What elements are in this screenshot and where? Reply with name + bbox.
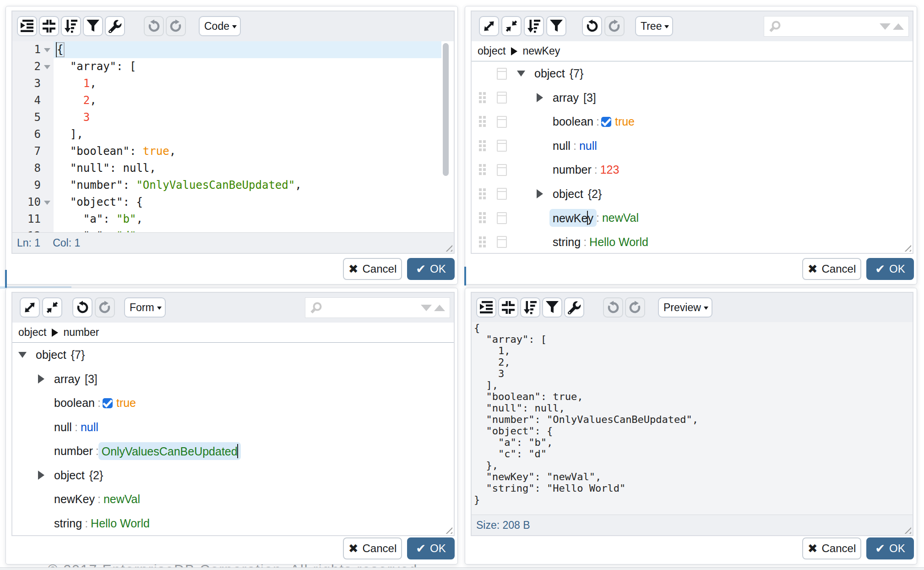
- collapse-node-icon[interactable]: [18, 352, 27, 358]
- fold-toggle-icon[interactable]: [44, 65, 50, 69]
- field-name[interactable]: newKey: [54, 493, 95, 506]
- field-name[interactable]: object: [553, 187, 583, 201]
- sort-button[interactable]: [524, 16, 544, 36]
- field-value[interactable]: newVal: [103, 493, 140, 506]
- ok-button[interactable]: ✔ OK: [866, 537, 914, 559]
- mode-dropdown-preview[interactable]: Preview: [658, 297, 712, 318]
- undo-button[interactable]: [582, 16, 602, 36]
- filter-button[interactable]: [546, 16, 566, 36]
- resize-handle-icon[interactable]: [445, 526, 452, 534]
- ok-button[interactable]: ✔ OK: [407, 258, 455, 280]
- field-value[interactable]: null: [81, 421, 98, 434]
- resize-handle-icon[interactable]: [903, 526, 911, 534]
- collapse-button[interactable]: [501, 16, 522, 36]
- expand-button[interactable]: [20, 297, 40, 318]
- expand-node-icon[interactable]: [38, 374, 44, 384]
- field-value[interactable]: true: [116, 396, 136, 410]
- breadcrumb-item-root[interactable]: object: [18, 326, 46, 339]
- row-actions-menu-button[interactable]: [497, 140, 507, 152]
- row-actions-menu-button[interactable]: [497, 212, 507, 224]
- field-value[interactable]: Hello World: [91, 517, 150, 530]
- format-button[interactable]: [17, 16, 37, 36]
- drag-handle-icon[interactable]: [479, 212, 486, 224]
- collapse-button[interactable]: [42, 297, 62, 318]
- field-value[interactable]: 123: [600, 163, 620, 176]
- expand-node-icon[interactable]: [537, 189, 543, 198]
- drag-handle-icon[interactable]: [479, 140, 486, 152]
- sort-button[interactable]: [520, 297, 540, 318]
- boolean-checkbox[interactable]: [601, 117, 611, 127]
- breadcrumb-item-root[interactable]: object: [478, 45, 505, 57]
- field-name[interactable]: boolean: [54, 396, 95, 410]
- search-input[interactable]: [781, 17, 877, 36]
- field-name[interactable]: object: [54, 469, 85, 482]
- field-value[interactable]: newVal: [602, 211, 639, 225]
- compact-button[interactable]: [39, 16, 59, 36]
- redo-button[interactable]: [166, 16, 186, 36]
- row-actions-menu-button[interactable]: [497, 188, 507, 200]
- fold-toggle-icon[interactable]: [44, 201, 50, 205]
- cancel-button[interactable]: ✖ Cancel: [802, 258, 861, 280]
- ok-button[interactable]: ✔ OK: [407, 537, 455, 559]
- field-value[interactable]: null: [579, 139, 597, 153]
- compact-button[interactable]: [498, 297, 518, 318]
- repair-button[interactable]: [564, 297, 584, 318]
- field-value[interactable]: true: [615, 115, 635, 128]
- search-previous-icon[interactable]: [434, 305, 445, 311]
- redo-button[interactable]: [95, 297, 115, 318]
- breadcrumb-item-current[interactable]: newKey: [522, 45, 560, 57]
- resize-handle-icon[interactable]: [903, 244, 911, 252]
- field-name[interactable]: number: [553, 163, 592, 176]
- redo-button[interactable]: [604, 16, 625, 36]
- row-actions-menu-button[interactable]: [497, 236, 507, 248]
- mode-dropdown-tree[interactable]: Tree: [635, 16, 673, 36]
- field-name[interactable]: string: [54, 517, 82, 530]
- row-actions-menu-button[interactable]: [497, 116, 507, 128]
- field-name[interactable]: array: [553, 91, 579, 104]
- drag-handle-icon[interactable]: [479, 116, 486, 127]
- row-actions-menu-button[interactable]: [497, 164, 507, 176]
- undo-button[interactable]: [72, 297, 92, 318]
- cancel-button[interactable]: ✖ Cancel: [343, 537, 402, 559]
- resize-handle-icon[interactable]: [445, 244, 452, 252]
- expand-node-icon[interactable]: [38, 471, 44, 480]
- field-name[interactable]: string: [553, 236, 581, 249]
- search-next-icon[interactable]: [880, 23, 891, 30]
- filter-button[interactable]: [542, 297, 562, 318]
- mode-dropdown-code[interactable]: Code: [199, 16, 241, 36]
- vertical-scrollbar[interactable]: [443, 43, 449, 176]
- repair-button[interactable]: [105, 16, 125, 36]
- drag-handle-icon[interactable]: [479, 236, 486, 248]
- search-previous-icon[interactable]: [893, 23, 904, 30]
- redo-button[interactable]: [625, 297, 645, 318]
- cancel-button[interactable]: ✖ Cancel: [343, 258, 402, 280]
- ok-button[interactable]: ✔ OK: [866, 258, 914, 280]
- breadcrumb-item-current[interactable]: number: [63, 326, 99, 339]
- sort-button[interactable]: [61, 16, 81, 36]
- expand-node-icon[interactable]: [537, 93, 543, 102]
- field-name[interactable]: array: [54, 373, 80, 386]
- mode-dropdown-form[interactable]: Form: [124, 297, 166, 318]
- undo-button[interactable]: [603, 297, 623, 318]
- field-name[interactable]: boolean: [553, 115, 593, 128]
- field-name[interactable]: newKey: [549, 209, 597, 227]
- field-name[interactable]: object: [534, 67, 565, 80]
- drag-handle-icon[interactable]: [479, 164, 486, 175]
- search-next-icon[interactable]: [421, 305, 432, 311]
- row-actions-menu-button[interactable]: [497, 92, 507, 104]
- drag-handle-icon[interactable]: [479, 188, 486, 200]
- code-editor-area[interactable]: 1{2 "array": [3 1,4 2,5 36 ],7 "boolean"…: [12, 41, 454, 234]
- drag-handle-icon[interactable]: [479, 92, 486, 104]
- format-button[interactable]: [476, 297, 496, 318]
- collapse-node-icon[interactable]: [517, 71, 525, 77]
- field-name[interactable]: null: [54, 421, 72, 434]
- fold-toggle-icon[interactable]: [44, 48, 50, 52]
- boolean-checkbox[interactable]: [103, 398, 113, 408]
- field-name[interactable]: object: [36, 348, 66, 362]
- row-actions-menu-button[interactable]: [497, 68, 507, 80]
- search-input[interactable]: [322, 299, 419, 317]
- undo-button[interactable]: [144, 16, 164, 36]
- cancel-button[interactable]: ✖ Cancel: [802, 537, 861, 559]
- field-name[interactable]: number: [54, 444, 93, 458]
- field-value[interactable]: OnlyValuesCanBeUpdated: [98, 442, 241, 460]
